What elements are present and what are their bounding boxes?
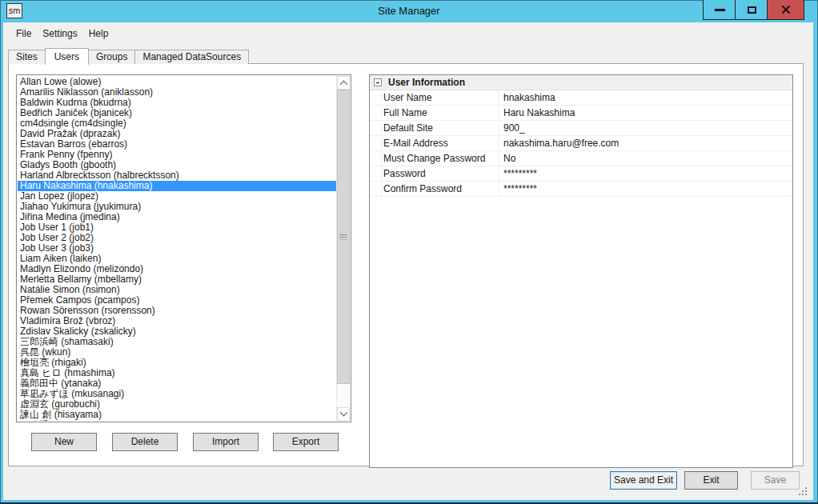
menu-item[interactable]: Settings [37,26,82,42]
user-list-item[interactable]: Merletta Bellamy (mbellamy) [18,274,336,285]
chevron-down-icon [340,409,348,417]
property-label: User Name [370,90,499,105]
user-list-item[interactable]: Estavan Barros (ebarros) [18,139,336,150]
user-list-item[interactable]: Rowan Sörensson (rsorensson) [18,306,336,316]
user-list-item[interactable]: Frank Penny (fpenny) [18,150,336,160]
property-row: Confirm Password ********* [370,182,792,197]
property-row: E-Mail Address nakashima.haru@free.com [370,136,792,151]
tab[interactable]: Users [45,48,89,65]
user-list-item[interactable]: Job User 1 (job1) [18,222,336,233]
site-manager-window: sm Site Manager FileSettingsHelp SitesUs… [0,0,818,504]
resize-grip[interactable] [798,486,808,496]
menu-item[interactable]: File [10,26,37,42]
user-information-header: User Information [370,75,792,90]
user-list-item[interactable]: Liam Aiken (laiken) [18,254,336,264]
user-list-item[interactable]: Haru Nakashima (hnakashima) [18,181,336,191]
property-value-field[interactable]: Haru Nakashima [499,106,792,120]
user-list-item[interactable]: 真島 ヒロ (hmashima) [18,368,336,378]
user-list-item[interactable]: 檜垣亮 (rhigaki) [18,358,336,368]
user-list-item[interactable]: 三郎浜崎 (shamasaki) [18,337,336,347]
user-list-item[interactable]: Natálie Simon (nsimon) [18,285,336,295]
user-list-item[interactable]: Jiřina Medina (jmedina) [18,212,336,222]
property-row: Password ********* [370,166,792,182]
property-value-field[interactable]: No [499,151,792,166]
window-title: Site Manager [0,5,818,17]
user-list-item[interactable]: Harland Albrecktsson (halbrecktsson) [18,170,336,181]
chevron-up-icon [340,81,348,89]
window-controls [703,0,804,20]
listbox-scrollbar[interactable] [336,76,350,421]
close-button[interactable] [768,0,804,19]
user-list-item[interactable]: Jiahao Yukimura (jyukimura) [18,202,336,212]
maximize-icon [748,6,756,14]
action-button[interactable]: New [31,433,97,451]
user-list-item[interactable]: 草凪みずほ (mkusanagi) [18,389,336,399]
user-list: Allan Lowe (alowe)Amarilis Niklasson (an… [18,76,336,421]
action-button[interactable]: Delete [112,433,178,451]
footer-button[interactable]: Save and Exit [610,471,677,490]
property-label: Must Change Password [370,151,499,166]
user-list-item[interactable]: Madlyn Elizondo (melizondo) [18,264,336,274]
property-row: Default Site 900_ [370,121,792,136]
property-value-field[interactable]: 900_ [499,121,792,135]
user-list-item[interactable]: Bedřich Janiček (bjanicek) [18,108,336,118]
user-list-item[interactable]: 虚淵玄 (gurobuchi) [18,399,336,410]
property-value-field[interactable]: ********* [499,182,792,196]
property-row: Full Name Haru Nakashima [370,106,792,121]
property-label: E-Mail Address [370,136,499,150]
user-list-item[interactable]: 諫山 創 (hisayama) [18,410,336,420]
user-list-item[interactable]: 西造通 (nishizo) [18,420,336,421]
user-list-item[interactable]: cm4dsingle (cm4dsingle) [18,118,336,129]
property-label: Confirm Password [370,182,499,196]
client-area: FileSettingsHelp SitesUsersGroupsManaged… [3,22,813,500]
user-list-item[interactable]: Amarilis Niklasson (aniklasson) [18,87,336,98]
user-information-title: User Information [388,75,792,90]
footer-button[interactable]: Exit [684,471,738,490]
scrollbar-grip-icon [340,234,347,240]
tab[interactable]: Groups [88,50,135,64]
user-list-item[interactable]: Gladys Booth (gbooth) [18,160,336,170]
user-list-item[interactable]: Zdislav Skalicky (zskalicky) [18,326,336,337]
menu-item[interactable]: Help [83,26,114,42]
action-button[interactable]: Export [273,433,339,451]
user-list-item[interactable]: Přemek Campos (pcampos) [18,295,336,306]
property-row: User Name hnakashima [370,90,792,106]
property-row: Must Change Password No [370,151,792,166]
collapse-icon[interactable] [374,78,382,86]
property-value-field[interactable]: hnakashima [499,90,792,105]
user-list-item[interactable]: Baldwin Kudrna (bkudrna) [18,98,336,108]
user-information-panel: User Information User Name hnakashima Fu… [369,74,793,468]
scrollbar-thumb[interactable] [337,90,350,384]
maximize-button[interactable] [736,0,768,19]
user-list-item[interactable]: 義郎田中 (ytanaka) [18,378,336,389]
users-tab-page: Allan Lowe (alowe)Amarilis Niklasson (an… [8,63,804,466]
minimize-button[interactable] [704,0,736,19]
titlebar: sm Site Manager [0,0,818,22]
scroll-down-button[interactable] [337,407,350,421]
user-list-item[interactable]: Jan Lopez (jlopez) [18,191,336,202]
property-label: Default Site [370,121,499,135]
user-list-item[interactable]: 呉昆 (wkun) [18,347,336,358]
user-listbox: Allan Lowe (alowe)Amarilis Niklasson (an… [16,74,351,422]
tab[interactable]: Managed DataSources [134,50,249,64]
tab[interactable]: Sites [8,50,46,64]
scroll-up-button[interactable] [337,76,350,90]
property-value-field[interactable]: nakashima.haru@free.com [499,136,792,150]
footer-buttons: Save and ExitExitSave [610,471,800,490]
property-label: Full Name [370,106,499,120]
action-button[interactable]: Import [193,433,259,451]
property-label: Password [370,166,499,181]
user-list-item[interactable]: Job User 3 (job3) [18,243,336,254]
minimize-icon [715,9,725,11]
menu-bar: FileSettingsHelp [3,22,813,44]
user-list-item[interactable]: Vladimíra Brož (vbroz) [18,316,336,326]
footer-button[interactable]: Save [751,471,800,490]
tab-strip: SitesUsersGroupsManaged DataSources [8,47,248,64]
property-grid-gutter [381,91,382,198]
user-list-item[interactable]: David Pražak (dprazak) [18,129,336,139]
user-list-item[interactable]: Job User 2 (job2) [18,233,336,243]
user-information-rows: User Name hnakashima Full Name Haru Naka… [370,90,792,197]
user-list-item[interactable]: Allan Lowe (alowe) [18,77,336,87]
property-value-field[interactable]: ********* [499,166,792,181]
